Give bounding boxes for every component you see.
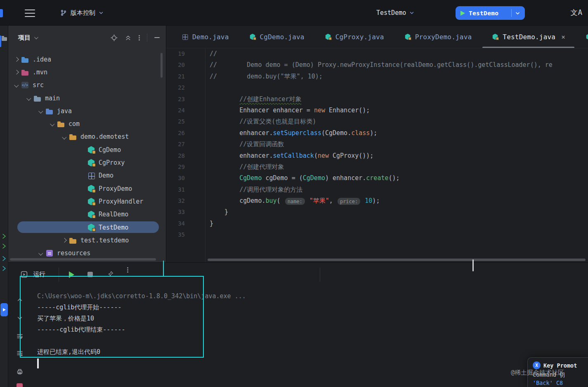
tree-item-com[interactable]: com bbox=[8, 117, 166, 130]
chevron-icon[interactable] bbox=[37, 104, 45, 117]
tree-item-demo-demotest[interactable]: demo.demotest bbox=[8, 131, 166, 143]
main-menu-icon[interactable] bbox=[25, 9, 35, 17]
translate-icon[interactable]: 文A bbox=[571, 8, 583, 17]
more-options-icon[interactable] bbox=[139, 35, 140, 36]
console-output[interactable]: C:\Users\woo-m\.jdks\corretto-1.8.0_342\… bbox=[37, 291, 246, 358]
green-chevron-icon[interactable] bbox=[2, 243, 7, 249]
chevron-icon[interactable] bbox=[12, 53, 21, 66]
run-toolwindow-icon[interactable] bbox=[0, 303, 8, 316]
rerun-icon[interactable] bbox=[69, 271, 74, 278]
tab-pro[interactable]: Pro bbox=[575, 26, 588, 48]
chevron-icon[interactable] bbox=[60, 131, 68, 143]
chevron-icon[interactable] bbox=[78, 208, 87, 221]
console-line: 买了苹果，价格是10 bbox=[37, 313, 246, 324]
tree-item--idea[interactable]: .idea bbox=[8, 53, 166, 66]
chevron-icon[interactable] bbox=[48, 117, 57, 130]
tree-item-proxyhandler[interactable]: ProxyHandler bbox=[8, 195, 166, 208]
code-text: enhancer.setCallback(new CgProxy()); bbox=[185, 150, 373, 161]
chevron-icon[interactable] bbox=[12, 66, 21, 78]
tree-item-label: Demo bbox=[99, 172, 113, 179]
chevron-down-icon bbox=[410, 11, 414, 14]
line-number: 21 bbox=[166, 71, 185, 82]
run-panel-title[interactable]: 运行 bbox=[33, 271, 45, 278]
project-toolwindow-icon[interactable] bbox=[2, 37, 7, 41]
play-icon bbox=[460, 11, 465, 16]
tab-demo-java[interactable]: Demo.java bbox=[171, 26, 239, 48]
git-branch-icon bbox=[60, 9, 67, 16]
tree-vertical-scrollbar[interactable] bbox=[161, 53, 163, 78]
locate-file-icon[interactable] bbox=[111, 34, 118, 41]
class-icon bbox=[324, 33, 332, 40]
chevron-icon[interactable] bbox=[78, 169, 87, 182]
annotation-line bbox=[163, 261, 164, 276]
collapse-all-icon[interactable] bbox=[125, 34, 132, 41]
cyan-chevron-icon[interactable] bbox=[2, 266, 7, 271]
tab-cgproxy-java[interactable]: CgProxy.java bbox=[314, 26, 394, 48]
active-toolwindow-indicator bbox=[0, 36, 1, 47]
more-options-icon[interactable] bbox=[127, 267, 128, 268]
tree-item-test-testdemo[interactable]: test.testdemo bbox=[8, 234, 166, 247]
code-text: } bbox=[185, 207, 228, 218]
chevron-icon[interactable] bbox=[25, 92, 33, 104]
scroll-to-end-icon[interactable] bbox=[15, 349, 25, 359]
line-number: 20 bbox=[166, 59, 185, 71]
next-occurrence-icon[interactable] bbox=[15, 313, 25, 323]
chevron-icon[interactable] bbox=[78, 143, 87, 156]
folder-java-icon bbox=[45, 107, 54, 116]
prev-occurrence-icon[interactable] bbox=[15, 295, 25, 305]
cyan-chevron-icon[interactable] bbox=[2, 256, 7, 261]
chevron-icon[interactable] bbox=[60, 234, 68, 247]
line-number: 23 bbox=[166, 94, 185, 105]
tree-item-src[interactable]: src bbox=[8, 79, 166, 92]
code-line: 23 //创建Enhancer对象 bbox=[166, 94, 588, 105]
tree-item-demo[interactable]: Demo bbox=[8, 169, 166, 182]
chevron-down-icon[interactable] bbox=[34, 35, 38, 39]
tab-proxydemo-java[interactable]: ProxyDemo.java bbox=[394, 26, 482, 48]
notification-icon-partial[interactable] bbox=[17, 383, 23, 387]
code-area[interactable]: 19 // 20 // Demo demo = (Demo) Proxy.new… bbox=[166, 48, 588, 262]
line-number: 31 bbox=[166, 184, 185, 195]
vcs-widget[interactable]: 版本控制 bbox=[56, 6, 107, 20]
green-chevron-icon[interactable] bbox=[2, 233, 7, 239]
soft-wrap-icon[interactable] bbox=[15, 331, 25, 341]
chevron-down-icon bbox=[99, 11, 103, 14]
folder-mvn-icon bbox=[21, 68, 30, 77]
tab-cgdemo-java[interactable]: CgDemo.java bbox=[239, 26, 314, 48]
code-line: 24 Enhancer enhancer = new Enhancer(); bbox=[166, 105, 588, 116]
tree-item-main[interactable]: main bbox=[8, 92, 166, 104]
stop-icon[interactable] bbox=[87, 272, 93, 277]
run-configuration-selector[interactable]: TestDemo bbox=[376, 7, 414, 19]
editor-horizontal-scrollbar[interactable] bbox=[208, 259, 586, 261]
tree-item-proxydemo[interactable]: ProxyDemo bbox=[8, 182, 166, 195]
chevron-icon[interactable] bbox=[37, 247, 45, 259]
tree-item--mvn[interactable]: .mvn bbox=[8, 66, 166, 78]
tree-item-label: .idea bbox=[33, 56, 51, 63]
tree-horizontal-scrollbar[interactable] bbox=[10, 258, 156, 261]
chevron-icon[interactable] bbox=[78, 182, 87, 195]
code-text bbox=[185, 229, 210, 240]
hide-panel-icon[interactable] bbox=[154, 37, 160, 38]
resources-icon bbox=[45, 249, 54, 258]
tree-item-cgproxy[interactable]: CgProxy bbox=[8, 156, 166, 169]
code-text bbox=[185, 82, 210, 93]
print-icon[interactable] bbox=[15, 367, 25, 377]
tree-item-cgdemo[interactable]: CgDemo bbox=[8, 143, 166, 156]
tree-item-label: resources bbox=[57, 249, 90, 257]
tree-item-realdemo[interactable]: RealDemo bbox=[8, 208, 166, 221]
code-line: 33 } bbox=[166, 207, 588, 218]
tree-item-testdemo[interactable]: TestDemo bbox=[8, 221, 166, 234]
chevron-down-icon[interactable] bbox=[515, 12, 520, 15]
close-tab-icon[interactable]: × bbox=[561, 33, 565, 41]
line-number: 27 bbox=[166, 139, 185, 150]
popup-link[interactable]: 'Back' C8 bbox=[533, 380, 586, 386]
run-button[interactable]: TestDemo bbox=[456, 6, 525, 20]
chevron-icon[interactable] bbox=[78, 156, 87, 169]
chevron-icon[interactable] bbox=[12, 79, 21, 92]
chevron-icon[interactable] bbox=[78, 221, 87, 234]
splitter-handle[interactable] bbox=[472, 259, 474, 271]
tree-item-java[interactable]: java bbox=[8, 104, 166, 117]
project-panel-title[interactable]: 项目 bbox=[18, 34, 31, 42]
chevron-icon[interactable] bbox=[78, 195, 87, 208]
pin-icon[interactable] bbox=[107, 270, 114, 277]
tab-testdemo-java[interactable]: TestDemo.java × bbox=[482, 26, 575, 48]
